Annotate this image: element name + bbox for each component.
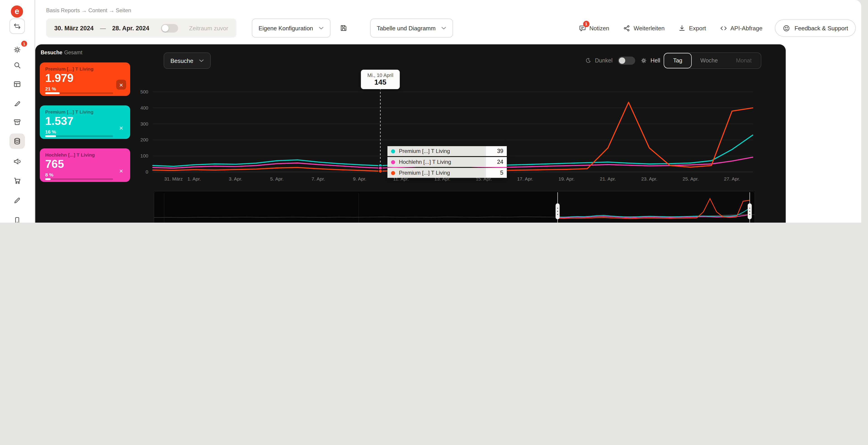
chevron-down-icon <box>318 27 323 30</box>
tooltip-date: Mi., 10 April <box>367 72 393 78</box>
sidebar-reports-button[interactable] <box>9 77 25 92</box>
notes-button[interactable]: 1 Notizen <box>579 24 609 32</box>
date-start: 30. März 2024 <box>54 25 94 31</box>
svg-text:21. Apr.: 21. Apr. <box>600 176 616 181</box>
moon-icon <box>585 57 591 64</box>
legend-dot <box>391 171 395 175</box>
metric-card[interactable]: Premium [...] T Living1.53716 %× <box>40 106 130 139</box>
forward-button[interactable]: Weiterleiten <box>623 24 664 32</box>
pencil-icon <box>13 196 21 205</box>
sidebar-archive-button[interactable] <box>9 115 25 130</box>
metric-card-percent: 16 % <box>45 129 125 134</box>
metric-card-label: Premium [...] T Living <box>45 109 125 115</box>
theme-switcher: Dunkel Hell <box>585 57 660 65</box>
main-content: Basis Reports → Content → Seiten 30. Mär… <box>35 0 861 222</box>
metric-card-percent: 21 % <box>45 86 125 91</box>
metric-card[interactable]: Hochlehn [...] T Living7658 %× <box>40 148 130 182</box>
cart-icon <box>13 176 21 185</box>
sidebar: e 1 <box>0 0 34 222</box>
feedback-button[interactable]: Feedback & Support <box>775 20 856 37</box>
api-query-button[interactable]: API-Abfrage <box>719 24 763 32</box>
date-range-picker[interactable]: 30. März 2024 — 28. Apr. 2024 Zeitraum z… <box>46 19 237 37</box>
notification-badge: 1 <box>21 41 27 47</box>
svg-text:7. Apr.: 7. Apr. <box>311 176 325 181</box>
metric-card-close-icon[interactable]: × <box>116 123 126 132</box>
metric-card-value: 1.979 <box>45 72 125 84</box>
overview-chart: FebruarMärz <box>154 191 754 222</box>
sidebar-search-button[interactable] <box>9 57 25 73</box>
svg-text:200: 200 <box>141 137 148 142</box>
metric-card-bar <box>45 178 113 180</box>
metric-select[interactable]: Besuche <box>164 53 211 69</box>
sidebar-marketing-button[interactable] <box>9 153 25 169</box>
metric-select-value: Besuche <box>170 57 193 64</box>
save-config-button[interactable] <box>335 19 352 37</box>
svg-text:9. Apr.: 9. Apr. <box>353 176 366 181</box>
toolbar: 30. März 2024 — 28. Apr. 2024 Zeitraum z… <box>46 18 856 38</box>
legend-label: Premium [...] T Living <box>399 170 486 176</box>
sidebar-content-button[interactable] <box>9 134 25 149</box>
sidebar-settings-button[interactable]: 1 <box>9 42 25 57</box>
svg-text:3. Apr.: 3. Apr. <box>229 176 242 181</box>
legend-row: Premium [...] T Living39 <box>388 146 507 156</box>
chart-panel: BesucheGesamt Premium [...] T Living1.97… <box>35 44 786 222</box>
metric-card-label: Hochlehn [...] T Living <box>45 152 125 157</box>
svg-text:19. Apr.: 19. Apr. <box>559 176 575 181</box>
svg-text:17. Apr.: 17. Apr. <box>517 176 533 181</box>
view-select[interactable]: Tabelle und Diagramm <box>370 19 453 37</box>
notes-badge: 1 <box>583 21 589 27</box>
metric-card-percent: 8 % <box>45 172 125 177</box>
svg-text:500: 500 <box>141 89 148 94</box>
light-label: Hell <box>651 57 660 64</box>
legend-value: 24 <box>486 157 507 167</box>
chevron-down-icon <box>199 59 204 62</box>
legend-value: 39 <box>486 146 507 156</box>
forward-label: Weiterleiten <box>633 25 664 31</box>
export-button[interactable]: Export <box>678 24 706 32</box>
date-end: 28. Apr. 2024 <box>112 25 149 31</box>
previous-period-label: Zeitraum zuvor <box>189 25 228 31</box>
legend-dot <box>391 160 395 164</box>
sidebar-edit-button[interactable] <box>9 193 25 208</box>
feedback-label: Feedback & Support <box>795 25 848 31</box>
sidebar-design-button[interactable] <box>9 95 25 111</box>
table-icon <box>13 80 21 88</box>
tab-month[interactable]: Monat <box>727 53 761 68</box>
sun-icon <box>641 57 647 64</box>
metric-card-bar <box>45 135 113 137</box>
date-separator: — <box>100 25 106 31</box>
breadcrumb[interactable]: Basis Reports → Content → Seiten <box>46 7 131 13</box>
svg-text:400: 400 <box>141 105 148 110</box>
sidebar-shop-button[interactable] <box>9 173 25 188</box>
legend-label: Hochlehn [...] T Living <box>399 159 486 165</box>
swap-arrows-icon <box>13 22 21 30</box>
export-label: Export <box>689 25 706 31</box>
metric-card-value: 765 <box>45 158 125 170</box>
time-scrubber[interactable]: FebruarMärz <box>154 191 755 222</box>
metric-card-close-icon[interactable]: × <box>116 166 126 176</box>
smiley-icon <box>783 24 790 32</box>
svg-text:300: 300 <box>141 121 148 126</box>
save-icon <box>339 24 347 32</box>
legend-dot <box>391 149 395 153</box>
tab-week[interactable]: Woche <box>691 53 727 68</box>
tab-day[interactable]: Tag <box>664 53 692 68</box>
range-tabs: Tag Woche Monat <box>664 53 761 69</box>
sidebar-swap-button[interactable] <box>9 19 25 34</box>
theme-toggle[interactable] <box>618 57 635 65</box>
metric-card[interactable]: Premium [...] T Living1.97921 %× <box>40 62 130 96</box>
sidebar-mobile-button[interactable] <box>9 213 25 222</box>
app-window: e 1 <box>0 0 868 222</box>
config-select[interactable]: Eigene Konfiguration <box>252 19 330 37</box>
search-icon <box>13 61 21 69</box>
archive-box-icon <box>13 118 21 126</box>
etracker-logo[interactable]: e <box>11 5 23 18</box>
svg-text:27. Apr.: 27. Apr. <box>724 176 740 181</box>
svg-text:5. Apr.: 5. Apr. <box>270 176 284 181</box>
notes-label: Notizen <box>589 25 609 31</box>
chevron-down-icon <box>441 27 446 30</box>
metric-card-label: Premium [...] T Living <box>45 66 125 71</box>
download-icon <box>678 24 686 32</box>
previous-period-toggle[interactable] <box>161 24 178 32</box>
metric-card-close-icon[interactable]: × <box>116 80 126 90</box>
